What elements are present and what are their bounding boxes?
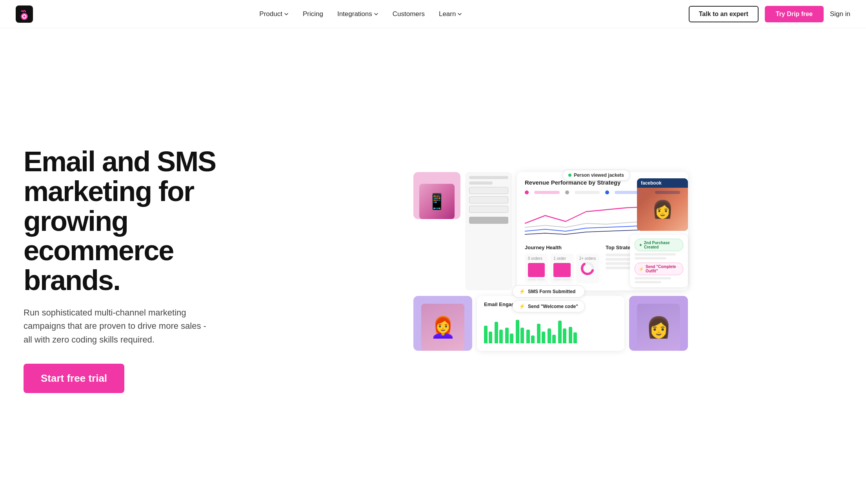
bar-4b <box>520 328 524 343</box>
drip-logo-icon <box>16 5 33 23</box>
star-icon: ✦ <box>639 243 642 247</box>
bar-7b <box>552 335 556 343</box>
nav-customers[interactable]: Customers <box>393 10 425 18</box>
bar-2b <box>499 330 503 343</box>
sms-badges-container: ⚡ SMS Form Submitted ⚡ Send "Welcome cod… <box>512 285 585 312</box>
donut-chart-wrap <box>579 261 596 276</box>
talk-to-expert-button[interactable]: Talk to an expert <box>689 6 759 22</box>
phone-card: 📱 <box>413 172 460 219</box>
bar-6a <box>537 324 540 343</box>
bar-group-3 <box>505 328 513 343</box>
person-silhouette-2: 👩 <box>637 304 680 351</box>
nav-learn[interactable]: Learn <box>439 10 462 18</box>
form-bar-1 <box>469 176 508 179</box>
person-photo-1: 👩‍🦰 <box>413 296 472 351</box>
hero-section: Email and SMS marketing for growing ecom… <box>0 28 866 504</box>
orders-2-label: 2+ orders <box>579 256 596 261</box>
bar-group-5 <box>526 330 535 343</box>
legend-dot-blue <box>605 190 609 194</box>
nav-pricing[interactable]: Pricing <box>303 10 323 18</box>
journey-health-title: Journey Health <box>525 245 599 250</box>
nav-actions: Talk to an expert Try Drip free Sign in <box>689 6 850 22</box>
donut-chart <box>580 261 595 276</box>
lightning-icon-1: ⚡ <box>519 288 525 294</box>
journey-0-orders: 0 orders <box>525 254 548 283</box>
logo[interactable] <box>16 5 33 23</box>
start-free-trial-button[interactable]: Start free trial <box>24 364 124 393</box>
bar-0-orders <box>528 263 545 277</box>
phone-hand-image: 📱 <box>419 184 455 219</box>
engagement-bar-chart <box>484 312 617 343</box>
form-input-2 <box>469 196 508 203</box>
chevron-down-icon <box>284 12 289 16</box>
bar-3a <box>505 328 509 343</box>
svg-point-4 <box>21 10 23 12</box>
legend-dot-pink <box>525 190 529 194</box>
person-viewed-badge: Person viewed jackets <box>562 170 630 181</box>
orders-0-label: 0 orders <box>528 256 545 261</box>
bar-8a <box>558 321 562 343</box>
bar-6b <box>542 332 545 343</box>
bar-5a <box>526 330 530 343</box>
2nd-purchase-badge: ✦ 2nd Purchase Created <box>635 239 683 251</box>
bar-group-2 <box>495 322 503 343</box>
email-form-card <box>465 172 512 290</box>
journey-cols: 0 orders 1 order <box>525 254 599 283</box>
navigation: Product Pricing Integrations Customers L… <box>0 0 866 28</box>
bar-1-order <box>553 263 570 277</box>
bar-1b <box>489 332 492 343</box>
facebook-label: facebook <box>637 178 688 188</box>
bar-8b <box>563 328 566 343</box>
svg-point-3 <box>23 15 25 18</box>
journey-2plus-orders: 2+ orders <box>576 254 599 283</box>
journey-1-order: 1 order <box>550 254 573 283</box>
bar-group-4 <box>516 320 524 343</box>
person-photo-2: 👩 <box>629 296 688 351</box>
bar-3b <box>510 334 513 343</box>
hero-left: Email and SMS marketing for growing ecom… <box>24 147 235 393</box>
legend-dot-gray <box>565 190 569 194</box>
orders-1-label: 1 order <box>553 256 570 261</box>
lightning-icon-2: ⚡ <box>519 303 525 309</box>
dashboard-mockup: Person viewed jackets facebook 👩 📱 <box>413 172 688 376</box>
strategies-badges-card: ✦ 2nd Purchase Created ⚡ Send "Complete … <box>630 235 688 287</box>
nav-links: Product Pricing Integrations Customers L… <box>259 10 462 18</box>
bar-group-9 <box>569 327 577 343</box>
hero-subtitle: Run sophisticated multi-channel marketin… <box>24 306 212 346</box>
nav-integrations[interactable]: Integrations <box>337 10 378 18</box>
bar-5b <box>531 335 535 343</box>
sign-in-button[interactable]: Sign in <box>830 10 850 18</box>
chart-legend <box>525 190 680 194</box>
hero-title: Email and SMS marketing for growing ecom… <box>24 147 235 295</box>
bar-7a <box>548 328 551 343</box>
lightning-icon-3: ⚡ <box>639 267 644 271</box>
chevron-down-icon <box>457 12 462 16</box>
bar-group-6 <box>537 324 545 343</box>
bar-4a <box>516 320 519 343</box>
form-input-3 <box>469 206 508 213</box>
bar-1a <box>484 326 488 343</box>
form-input-1 <box>469 187 508 194</box>
journey-health-section: Journey Health 0 orders <box>525 245 599 283</box>
try-drip-free-button[interactable]: Try Drip free <box>765 6 824 22</box>
bar-9b <box>573 332 577 343</box>
send-welcome-badge: ⚡ Send "Welcome code" <box>512 300 585 312</box>
bar-group-1 <box>484 326 492 343</box>
person-silhouette-1: 👩‍🦰 <box>421 304 464 351</box>
facebook-card: facebook 👩 <box>637 178 688 231</box>
form-bar-2 <box>469 181 493 185</box>
sms-form-submitted-badge: ⚡ SMS Form Submitted <box>512 285 585 297</box>
chevron-down-icon <box>374 12 378 16</box>
bar-group-7 <box>548 328 556 343</box>
nav-product[interactable]: Product <box>259 10 289 18</box>
hero-right: Person viewed jackets facebook 👩 📱 <box>251 164 850 376</box>
send-complete-outfit-badge: ⚡ Send "Complete Outfit" <box>635 263 683 275</box>
form-submit-mock <box>469 217 508 224</box>
facebook-image: 👩 <box>637 188 688 231</box>
badge-green-dot <box>568 174 571 177</box>
bar-2a <box>495 322 498 343</box>
bar-group-8 <box>558 321 566 343</box>
bar-9a <box>569 327 572 343</box>
